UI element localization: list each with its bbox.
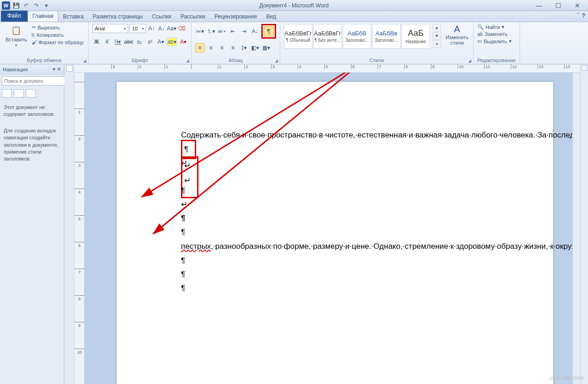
increase-indent-button[interactable]: ⇥: [239, 27, 249, 36]
style-normal[interactable]: АаБбВвГг¶ Обычный: [284, 24, 312, 49]
group-styles: АаБбВвГг¶ Обычный АаБбВвГг¶ Без инте... …: [280, 22, 474, 64]
nav-msg2: Для создания вкладок навигации создайте …: [0, 123, 64, 167]
style-no-spacing[interactable]: АаБбВвГг¶ Без инте...: [313, 24, 342, 49]
undo-icon[interactable]: ↶: [22, 1, 30, 10]
document-content[interactable]: Содержать·себя·и·свое·пространство·в·чис…: [181, 128, 489, 296]
paste-icon: 📋: [11, 25, 22, 36]
qat-dropdown-icon[interactable]: ▾: [42, 1, 51, 10]
paragraph-dialog-icon[interactable]: ◢: [275, 58, 278, 63]
strike-button[interactable]: abc: [124, 38, 133, 46]
justify-button[interactable]: ≡: [228, 43, 237, 52]
align-center-button[interactable]: ≡: [206, 43, 215, 52]
copy-icon: ⎘: [32, 32, 35, 38]
horizontal-ruler[interactable]: 3211234567891011121314151617: [74, 64, 580, 73]
window-title: Документ4 - Microsoft Word: [259, 2, 328, 9]
styles-label: Стили: [369, 57, 384, 63]
decrease-indent-button[interactable]: ⇤: [228, 27, 237, 36]
tab-insert[interactable]: Вставка: [58, 11, 88, 22]
save-icon[interactable]: 💾: [12, 1, 20, 10]
styles-scroll-up[interactable]: ▲: [433, 24, 441, 31]
doc-para-1: Содержать·себя·и·свое·пространство·в·чис…: [181, 128, 489, 143]
styles-scroll-down[interactable]: ▼: [433, 32, 441, 40]
doc-pil-4: ¶: [181, 225, 489, 239]
tab-page-layout[interactable]: Разметка страницы: [88, 11, 147, 22]
styles-dialog-icon[interactable]: ◢: [468, 58, 471, 63]
nav-dropdown-icon[interactable]: ▾: [53, 66, 56, 72]
doc-return-1: ↵: [181, 156, 489, 170]
tab-references[interactable]: Ссылки: [147, 11, 176, 22]
subscript-button[interactable]: x₂: [136, 38, 144, 46]
change-case-button[interactable]: Aa▾: [167, 24, 176, 33]
show-hide-button[interactable]: ¶: [264, 26, 274, 36]
help-icon[interactable]: ?: [582, 12, 585, 19]
vertical-scrollbar[interactable]: [572, 73, 580, 384]
shading-button[interactable]: ◧▾: [250, 43, 260, 52]
nav-close-icon[interactable]: ✕: [57, 66, 61, 72]
tab-file[interactable]: Файл: [1, 11, 28, 22]
find-icon: 🔍: [477, 24, 484, 30]
nav-view-headings[interactable]: [2, 89, 12, 97]
tab-mailings[interactable]: Рассылки: [176, 11, 210, 22]
nav-search-input[interactable]: [2, 76, 70, 86]
minimize-ribbon-icon[interactable]: ˆ: [577, 12, 579, 19]
minimize-button[interactable]: —: [532, 2, 546, 9]
font-dialog-icon[interactable]: ◢: [186, 58, 189, 63]
nav-view-results[interactable]: [26, 89, 36, 97]
style-heading1[interactable]: АаБбВЗаголово...: [343, 24, 371, 49]
nav-view-pages[interactable]: [14, 89, 24, 97]
tab-review[interactable]: Рецензирование: [210, 11, 262, 22]
tab-selector[interactable]: [66, 65, 73, 72]
window-controls: — ☐ ✕: [532, 2, 588, 9]
group-editing: 🔍Найти ▾ abЗаменить ▭Выделить ▾ Редактир…: [474, 22, 520, 64]
tab-home[interactable]: Главная: [28, 11, 59, 22]
pilcrow-highlight: ¶: [261, 24, 276, 39]
page: Содержать·себя·и·свое·пространство·в·чис…: [117, 82, 553, 384]
numbering-button[interactable]: ⒈▾: [206, 27, 215, 36]
clear-format-button[interactable]: ⌫: [178, 24, 186, 33]
underline-button[interactable]: Ч▾: [113, 38, 122, 46]
font-size-combo[interactable]: 10▾: [130, 24, 146, 33]
close-button[interactable]: ✕: [571, 2, 584, 9]
vertical-ruler[interactable]: 12345678910: [74, 73, 85, 384]
copy-button[interactable]: ⎘Копировать: [31, 32, 85, 38]
find-button[interactable]: 🔍Найти ▾: [477, 24, 512, 30]
borders-button[interactable]: ▦▾: [261, 43, 271, 52]
clipboard-dialog-icon[interactable]: ◢: [83, 58, 86, 63]
document-area: 3211234567891011121314151617 12345678910…: [74, 64, 580, 384]
page-scroll[interactable]: Содержать·себя·и·свое·пространство·в·чис…: [85, 73, 572, 384]
align-left-button[interactable]: ≡: [195, 43, 204, 52]
maximize-button[interactable]: ☐: [551, 2, 565, 9]
style-heading2[interactable]: АаБбВвЗаголово...: [372, 24, 401, 49]
ruler-toggle[interactable]: [582, 65, 587, 71]
word-icon[interactable]: W: [2, 1, 10, 10]
bullets-button[interactable]: ≔▾: [195, 27, 204, 36]
format-painter-button[interactable]: 🖌Формат по образцу: [31, 39, 85, 46]
bold-button[interactable]: Ж: [92, 38, 101, 46]
highlight-button[interactable]: ab▾: [167, 38, 177, 46]
font-label: Шрифт: [132, 57, 148, 63]
group-font: Arial▾ 10▾ A↑ A↓ Aa▾ ⌫ Ж К Ч▾ abc x₂ x² …: [89, 22, 192, 64]
style-title[interactable]: АаБНазвание: [401, 24, 430, 49]
styles-expand[interactable]: ▾: [433, 40, 441, 48]
shrink-font-button[interactable]: A↓: [157, 24, 165, 33]
redo-icon[interactable]: ↷: [32, 1, 40, 10]
superscript-button[interactable]: x²: [146, 38, 154, 46]
align-right-button[interactable]: ≡: [217, 43, 226, 52]
italic-button[interactable]: К: [103, 38, 111, 46]
replace-button[interactable]: abЗаменить: [477, 31, 512, 37]
text-effects-button[interactable]: A▾: [157, 38, 165, 46]
font-color-button[interactable]: A▾: [179, 38, 187, 46]
change-styles-button[interactable]: A Изменить стили: [445, 24, 469, 46]
cut-button[interactable]: ✂Вырезать: [31, 24, 85, 31]
doc-pil-3: ¶: [181, 212, 489, 225]
select-button[interactable]: ▭Выделить ▾: [477, 38, 512, 44]
sort-button[interactable]: A↓: [250, 27, 260, 36]
font-name-combo[interactable]: Arial▾: [92, 24, 128, 33]
tab-view[interactable]: Вид: [261, 11, 281, 22]
paste-button[interactable]: 📋 Вставить ▾: [4, 24, 29, 48]
line-spacing-button[interactable]: ‡▾: [239, 43, 249, 52]
title-bar: W 💾 ↶ ↷ ▾ Документ4 - Microsoft Word — ☐…: [0, 0, 588, 11]
editing-label: Редактирование: [477, 57, 516, 64]
grow-font-button[interactable]: A↑: [147, 24, 156, 33]
multilevel-button[interactable]: ⩸▾: [217, 27, 226, 36]
